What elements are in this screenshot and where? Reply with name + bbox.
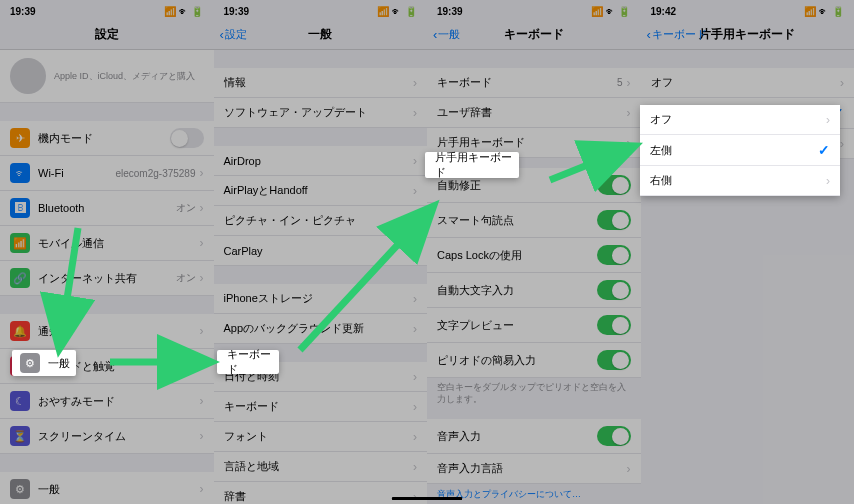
toggle[interactable] bbox=[170, 128, 204, 148]
hour-icon: ⏳ bbox=[10, 426, 30, 446]
status-time: 19:39 bbox=[224, 6, 250, 17]
chevron-right-icon: › bbox=[627, 136, 631, 150]
toggle[interactable] bbox=[597, 245, 631, 265]
row-おやすみモード[interactable]: ☾おやすみモード› bbox=[0, 384, 214, 419]
row-label: Appのバックグラウンド更新 bbox=[224, 321, 414, 336]
row-キーボード[interactable]: キーボード› bbox=[214, 392, 428, 422]
chevron-right-icon: › bbox=[840, 76, 844, 90]
cell-icon: 📶 bbox=[10, 233, 30, 253]
bt-icon: 🅱 bbox=[10, 198, 30, 218]
row-左側[interactable]: 左側✓ bbox=[640, 135, 840, 166]
chevron-right-icon: › bbox=[413, 370, 417, 384]
chevron-right-icon: › bbox=[200, 271, 204, 285]
row-ピリオドの簡易入力[interactable]: ピリオドの簡易入力 bbox=[427, 343, 641, 378]
row-label: 情報 bbox=[224, 75, 414, 90]
row-自動大文字入力[interactable]: 自動大文字入力 bbox=[427, 273, 641, 308]
chevron-right-icon: › bbox=[627, 76, 631, 90]
row-iPhoneストレージ[interactable]: iPhoneストレージ› bbox=[214, 284, 428, 314]
row-Appのバックグラウンド更新[interactable]: Appのバックグラウンド更新› bbox=[214, 314, 428, 344]
chevron-right-icon: › bbox=[200, 201, 204, 215]
page-title: 一般 bbox=[308, 26, 332, 43]
row-フォント[interactable]: フォント› bbox=[214, 422, 428, 452]
nav-bar: ‹設定 一般 bbox=[214, 20, 428, 50]
row-Bluetooth[interactable]: 🅱Bluetoothオン› bbox=[0, 191, 214, 226]
chevron-right-icon: › bbox=[413, 460, 417, 474]
bell-icon: 🔔 bbox=[10, 321, 30, 341]
row-label: 音声入力 bbox=[437, 429, 597, 444]
page-title: 片手用キーボード bbox=[699, 26, 795, 43]
chevron-right-icon: › bbox=[826, 113, 830, 127]
chevron-right-icon: › bbox=[413, 184, 417, 198]
row-label: キーボード bbox=[437, 75, 617, 90]
back-button[interactable]: ‹一般 bbox=[433, 27, 460, 42]
row-Wi-Fi[interactable]: ᯤWi-Fielecom2g-375289› bbox=[0, 156, 214, 191]
row-AirPlayとHandoff[interactable]: AirPlayとHandoff› bbox=[214, 176, 428, 206]
row-文字プレビュー[interactable]: 文字プレビュー bbox=[427, 308, 641, 343]
chevron-right-icon: › bbox=[413, 106, 417, 120]
row-label: オフ bbox=[651, 75, 841, 90]
row-情報[interactable]: 情報› bbox=[214, 68, 428, 98]
row-label: 機内モード bbox=[38, 131, 170, 146]
chevron-right-icon: › bbox=[413, 76, 417, 90]
row-label: インターネット共有 bbox=[38, 271, 176, 286]
row-スクリーンタイム[interactable]: ⏳スクリーンタイム› bbox=[0, 419, 214, 454]
row-CarPlay[interactable]: CarPlay› bbox=[214, 236, 428, 266]
row-オフ[interactable]: オフ› bbox=[641, 68, 855, 98]
row-音声入力[interactable]: 音声入力 bbox=[427, 419, 641, 454]
link-icon: 🔗 bbox=[10, 268, 30, 288]
chevron-right-icon: › bbox=[413, 292, 417, 306]
row-音声入力言語[interactable]: 音声入力言語› bbox=[427, 454, 641, 484]
back-button[interactable]: ‹設定 bbox=[220, 27, 247, 42]
row-detail: 5 bbox=[617, 77, 623, 88]
row-ユーザ辞書[interactable]: ユーザ辞書› bbox=[427, 98, 641, 128]
toggle[interactable] bbox=[597, 280, 631, 300]
row-label: フォント bbox=[224, 429, 414, 444]
row-label: オフ bbox=[650, 112, 826, 127]
highlight-options: オフ›左側✓右側› bbox=[640, 105, 840, 196]
chevron-right-icon: › bbox=[413, 400, 417, 414]
back-button[interactable]: ‹キーボード bbox=[647, 27, 707, 42]
row-label: 音声入力言語 bbox=[437, 461, 627, 476]
row-インターネット共有[interactable]: 🔗インターネット共有オン› bbox=[0, 261, 214, 296]
row-ピクチャ・イン・ピクチャ[interactable]: ピクチャ・イン・ピクチャ› bbox=[214, 206, 428, 236]
status-bar: 19:39 📶 ᯤ 🔋 bbox=[427, 0, 641, 20]
row-Caps Lockの使用[interactable]: Caps Lockの使用 bbox=[427, 238, 641, 273]
chevron-right-icon: › bbox=[826, 174, 830, 188]
gear-icon: ⚙ bbox=[10, 479, 30, 499]
row-label: AirDrop bbox=[224, 155, 414, 167]
row-label: 通知 bbox=[38, 324, 200, 339]
row-機内モード[interactable]: ✈機内モード bbox=[0, 121, 214, 156]
privacy-link[interactable]: 音声入力とプライバシーについて… bbox=[427, 484, 641, 504]
chevron-left-icon: ‹ bbox=[220, 27, 224, 42]
toggle[interactable] bbox=[597, 350, 631, 370]
panel-keyboard: 19:39 📶 ᯤ 🔋 ‹一般 キーボード キーボード5›ユーザ辞書›片手用キー… bbox=[427, 0, 641, 504]
chevron-right-icon: › bbox=[840, 137, 844, 151]
status-time: 19:39 bbox=[437, 6, 463, 17]
chevron-right-icon: › bbox=[413, 430, 417, 444]
row-通知[interactable]: 🔔通知› bbox=[0, 314, 214, 349]
row-右側[interactable]: 右側› bbox=[640, 166, 840, 196]
toggle[interactable] bbox=[597, 315, 631, 335]
toggle[interactable] bbox=[597, 426, 631, 446]
row-label: ソフトウェア・アップデート bbox=[224, 105, 414, 120]
row-label: キーボード bbox=[224, 399, 414, 414]
apple-id-sub: Apple ID、iCloud、メディアと購入 bbox=[54, 70, 195, 83]
chevron-right-icon: › bbox=[413, 154, 417, 168]
row-キーボード[interactable]: キーボード5› bbox=[427, 68, 641, 98]
row-ソフトウェア・アップデート[interactable]: ソフトウェア・アップデート› bbox=[214, 98, 428, 128]
toggle[interactable] bbox=[597, 210, 631, 230]
row-モバイル通信[interactable]: 📶モバイル通信› bbox=[0, 226, 214, 261]
panel-settings: 19:39 📶 ᯤ 🔋 設定 Apple ID、iCloud、メディアと購入 ✈… bbox=[0, 0, 214, 504]
row-label: Bluetooth bbox=[38, 202, 176, 214]
check-icon: ✓ bbox=[818, 142, 830, 158]
row-一般[interactable]: ⚙一般› bbox=[0, 472, 214, 504]
row-AirDrop[interactable]: AirDrop› bbox=[214, 146, 428, 176]
row-言語と地域[interactable]: 言語と地域› bbox=[214, 452, 428, 482]
row-辞書[interactable]: 辞書› bbox=[214, 482, 428, 504]
row-オフ[interactable]: オフ› bbox=[640, 105, 840, 135]
toggle[interactable] bbox=[597, 175, 631, 195]
apple-id-row[interactable]: Apple ID、iCloud、メディアと購入 bbox=[0, 50, 214, 103]
nav-bar: ‹一般 キーボード bbox=[427, 20, 641, 50]
row-label: ピクチャ・イン・ピクチャ bbox=[224, 213, 414, 228]
row-スマート句読点[interactable]: スマート句読点 bbox=[427, 203, 641, 238]
